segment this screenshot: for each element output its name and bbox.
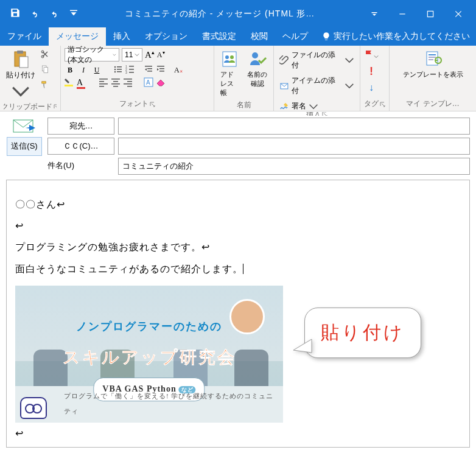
address-book-icon: [220, 49, 240, 69]
bold-button[interactable]: B: [65, 66, 75, 75]
title-bar: コミュニティの紹介 - メッセージ (HTML 形…: [0, 0, 476, 27]
svg-rect-30: [99, 81, 104, 82]
attach-file-button[interactable]: ファイルの添付: [278, 49, 356, 71]
send-button[interactable]: 送信(S): [7, 137, 42, 156]
tab-format[interactable]: 書式設定: [195, 27, 243, 46]
high-importance-button[interactable]: !: [369, 65, 373, 78]
svg-rect-26: [159, 68, 164, 69]
svg-rect-51: [429, 59, 433, 60]
clipboard-group-label: クリップボード: [4, 102, 52, 111]
tab-review[interactable]: 校閲: [243, 27, 275, 46]
font-name-combo[interactable]: 游ゴシック (本文の: [65, 48, 119, 62]
subject-field[interactable]: コミュニティの紹介: [118, 158, 470, 175]
low-importance-button[interactable]: ↓: [369, 82, 374, 93]
cut-button[interactable]: [40, 49, 50, 61]
signature-button[interactable]: 署名: [278, 100, 356, 112]
tell-me-label: 実行したい作業を入力してください: [334, 31, 470, 42]
svg-point-46: [252, 52, 258, 58]
address-book-button[interactable]: アドレス帳: [218, 48, 242, 99]
svg-text:3: 3: [125, 71, 127, 74]
lightbulb-icon: [321, 32, 331, 41]
bullets-button[interactable]: [113, 65, 123, 76]
tab-insert[interactable]: 挿入: [106, 27, 138, 46]
signature-icon: [279, 102, 289, 111]
maximize-icon[interactable]: [416, 3, 444, 25]
cc-button[interactable]: ＣＣ(C)…: [47, 138, 114, 155]
svg-rect-36: [113, 86, 118, 87]
show-templates-button[interactable]: テンプレートを表示: [401, 48, 466, 80]
tab-file[interactable]: ファイル: [0, 27, 49, 46]
attach-item-button[interactable]: アイテムの添付: [278, 75, 356, 97]
close-icon[interactable]: [444, 3, 472, 25]
styles-button[interactable]: A: [144, 77, 153, 89]
paste-button[interactable]: 貼り付け: [4, 48, 38, 102]
svg-rect-13: [117, 69, 122, 70]
svg-rect-24: [147, 71, 152, 72]
svg-rect-39: [124, 83, 132, 85]
tab-message[interactable]: メッセージ: [49, 27, 106, 46]
align-center-button[interactable]: [111, 77, 121, 89]
follow-up-button[interactable]: [364, 49, 379, 61]
svg-rect-32: [99, 86, 104, 87]
svg-rect-43: [223, 52, 236, 66]
font-shrink-button[interactable]: A▾: [157, 50, 165, 60]
underline-button[interactable]: U: [91, 66, 102, 75]
ribbon-tabs: ファイル メッセージ 挿入 オプション 書式設定 校閲 ヘルプ 実行したい作業を…: [0, 27, 476, 46]
dialog-launcher-icon[interactable]: [150, 101, 156, 107]
dialog-launcher-icon[interactable]: [322, 112, 328, 116]
format-painter-button[interactable]: [40, 80, 50, 91]
copy-button[interactable]: [40, 65, 50, 76]
svg-rect-0: [372, 12, 377, 13]
svg-rect-23: [147, 68, 152, 69]
customize-qat-icon[interactable]: [68, 7, 79, 20]
align-right-button[interactable]: [123, 77, 133, 89]
paste-label: 貼り付け: [6, 70, 35, 80]
robot-icon: [20, 397, 47, 419]
font-grow-button[interactable]: A▴: [145, 49, 155, 60]
svg-point-44: [225, 55, 229, 59]
minimize-icon[interactable]: [388, 3, 416, 25]
attach-item-icon: [279, 81, 289, 91]
callout-text: 貼り付け: [304, 308, 421, 358]
indent-button[interactable]: [156, 65, 166, 76]
svg-rect-15: [117, 71, 122, 72]
align-left-button[interactable]: [99, 77, 108, 89]
body-line: プログラミングの勉強お疲れさまです。: [15, 242, 201, 252]
numbering-button[interactable]: 123: [125, 65, 135, 76]
outdent-button[interactable]: [144, 65, 153, 76]
svg-rect-31: [99, 83, 108, 85]
address-book-label: アドレス帳: [220, 70, 240, 97]
svg-point-45: [230, 55, 234, 59]
tell-me-search[interactable]: 実行したい作業を入力してください: [315, 27, 476, 46]
to-button[interactable]: 宛先…: [47, 118, 114, 135]
tab-help[interactable]: ヘルプ: [275, 27, 315, 46]
svg-rect-40: [127, 86, 132, 87]
compose-header: 送信(S) 宛先… ＣＣ(C)… 件名(U) コミュニティの紹介: [0, 111, 476, 175]
font-color-button[interactable]: A: [77, 78, 85, 89]
dialog-launcher-icon[interactable]: [380, 101, 386, 107]
banner-sub: プログラムで「働く」を変える! 学びを継続するためのコミュニティ: [64, 389, 277, 418]
highlight-button[interactable]: [65, 77, 74, 89]
svg-rect-34: [113, 81, 118, 82]
svg-rect-50: [429, 57, 436, 58]
save-icon[interactable]: [10, 7, 21, 20]
cc-field[interactable]: [118, 138, 470, 155]
svg-rect-28: [65, 85, 73, 86]
pasted-image[interactable]: ノンプログラマーのための スキルアップ研究会 VBA GAS Pythonなど …: [15, 286, 283, 423]
undo-icon[interactable]: [29, 7, 40, 20]
svg-rect-11: [117, 66, 122, 68]
font-size-combo[interactable]: 11: [122, 48, 142, 62]
to-field[interactable]: [118, 118, 470, 135]
eraser-button[interactable]: [156, 77, 166, 89]
clear-format-button[interactable]: Aₓ: [174, 66, 183, 75]
svg-rect-22: [145, 66, 152, 67]
paste-icon: [11, 49, 30, 69]
template-label: テンプレートを表示: [403, 70, 463, 79]
banner-line1: ノンプログラマーのための: [15, 315, 283, 339]
redo-icon[interactable]: [49, 7, 60, 20]
italic-button[interactable]: I: [78, 66, 89, 75]
dialog-launcher-icon[interactable]: [54, 104, 57, 110]
check-names-button[interactable]: 名前の 確認: [245, 48, 270, 90]
ribbon-display-icon[interactable]: [360, 3, 388, 25]
tab-options[interactable]: オプション: [138, 27, 195, 46]
